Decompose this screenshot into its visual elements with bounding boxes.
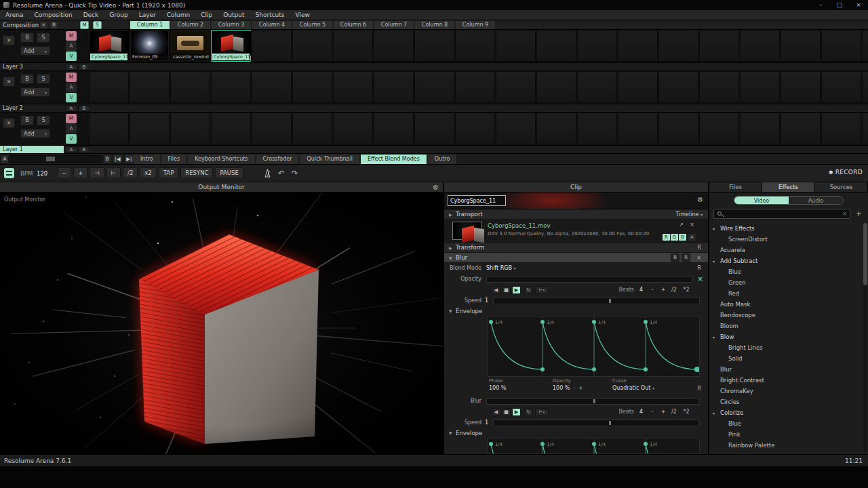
layer-a-toggle[interactable]: A — [66, 41, 77, 51]
effect-bloom[interactable]: Bloom — [709, 321, 863, 331]
blur-slider[interactable] — [486, 398, 700, 405]
layer-v-toggle[interactable]: V — [66, 52, 77, 61]
clip-cell[interactable] — [496, 30, 536, 62]
clip-cell[interactable]: CyborgSpace_11 — [211, 30, 251, 62]
clip-cell[interactable] — [292, 71, 332, 103]
loop-mode-icon[interactable]: ↻ — [524, 408, 533, 416]
play-direction-dropdown[interactable]: ⊢▾ — [535, 408, 549, 416]
clip-cell[interactable] — [536, 113, 576, 144]
effect-green[interactable]: Green — [709, 277, 863, 288]
clip-cell[interactable] — [211, 113, 251, 144]
layer-m-toggle[interactable]: M — [66, 114, 77, 123]
layer-close-button[interactable]: × — [3, 35, 15, 45]
envelope-section-header[interactable]: ▼ Envelope — [444, 306, 708, 316]
clip-cell[interactable] — [781, 113, 821, 144]
beats-value[interactable]: 4 — [639, 407, 643, 418]
clip-cell[interactable] — [740, 71, 780, 103]
effects-search-input[interactable]: × — [713, 209, 850, 219]
crossfader-b-button[interactable]: B — [78, 146, 90, 153]
transform-reset-button[interactable]: R — [697, 243, 701, 253]
tree-collapse-icon[interactable]: ▾ — [713, 335, 715, 340]
clip-cell[interactable] — [618, 71, 658, 103]
clip-cell[interactable] — [414, 71, 454, 103]
play-backward-button[interactable]: ◀ — [492, 408, 500, 416]
deck-tab-crossfader[interactable]: Crossfader — [256, 155, 299, 164]
deck-b-button[interactable]: B — [103, 155, 111, 163]
effect-red[interactable]: Red — [709, 288, 863, 299]
menu-item-deck[interactable]: Deck — [78, 10, 104, 20]
beats-half-button[interactable]: /2 — [669, 285, 679, 296]
composition-active-indicator[interactable] — [4, 168, 14, 178]
transport-section-header[interactable]: ▶ Transport Timeline ▾ — [444, 209, 708, 220]
layer-a-toggle[interactable]: A — [66, 83, 77, 92]
envelope-reset-button[interactable]: R — [697, 386, 701, 392]
loop-mode-icon[interactable]: ↻ — [524, 286, 533, 294]
envelope-opacity-minus-button[interactable]: - — [573, 385, 575, 391]
stop-button[interactable]: ■ — [502, 408, 511, 416]
transform-section-header[interactable]: ▶ Transform R — [444, 243, 708, 253]
clip-cell[interactable] — [577, 113, 617, 144]
layer-m-toggle[interactable]: M — [66, 73, 77, 82]
effect-bendoscope[interactable]: Bendoscope — [709, 310, 863, 321]
next-deck-button[interactable]: ▶| — [124, 155, 134, 163]
menu-item-group[interactable]: Group — [104, 10, 133, 20]
clip-cell[interactable] — [252, 71, 292, 103]
clip-cell[interactable] — [781, 30, 821, 62]
effect-bright-contrast[interactable]: Bright.Contrast — [709, 375, 863, 386]
clip-cell[interactable]: cassette_rewind00 — [170, 30, 210, 62]
maximize-button[interactable]: □ — [830, 0, 849, 10]
clip-cell[interactable] — [333, 71, 373, 103]
effect-acuarela[interactable]: Acuarela — [709, 245, 863, 256]
undo-icon[interactable]: ↶ — [278, 169, 284, 178]
layer-v-toggle[interactable]: V — [66, 134, 77, 144]
speed-slider[interactable] — [493, 298, 700, 304]
effect-remove-icon[interactable]: × — [696, 253, 701, 263]
effect-chromakey[interactable]: ChromaKey — [709, 386, 863, 396]
play-direction-dropdown[interactable]: ⊢▾ — [535, 286, 549, 294]
clip-cell[interactable] — [130, 71, 170, 103]
effect-pink[interactable]: Pink — [709, 429, 863, 440]
effect-reset-button[interactable]: R — [682, 253, 690, 262]
blur-effect-section-header[interactable]: ▼ Blur B R × — [444, 253, 708, 263]
clip-cell[interactable] — [496, 71, 536, 103]
composition-solo-button[interactable]: S — [93, 21, 102, 29]
opacity-envelope-editor[interactable]: 1/41/41/41/4 — [488, 316, 700, 377]
clip-cell[interactable] — [821, 113, 861, 144]
beats-double-button[interactable]: *2 — [682, 285, 691, 296]
effect-wire-effects[interactable]: ▾Wire Effects — [709, 223, 863, 234]
clip-cell[interactable] — [211, 71, 251, 103]
clip-cell[interactable]: Fermion_05 — [130, 30, 170, 62]
clip-cell[interactable] — [740, 113, 780, 144]
crossfader-b-button[interactable]: B — [78, 64, 90, 70]
beats-double-button[interactable]: *2 — [682, 407, 691, 418]
deck-tab-effect-blend-modes[interactable]: Effect Blend Modes — [361, 155, 427, 164]
effects-scrollbar[interactable] — [863, 223, 867, 452]
clip-cell[interactable] — [170, 71, 210, 103]
crossfader-a-button[interactable]: A — [65, 105, 77, 112]
crossfader-b-button[interactable]: B — [78, 105, 90, 112]
beats-plus-button[interactable]: + — [658, 407, 668, 418]
channel-b-toggle[interactable]: B — [679, 234, 686, 241]
play-forward-button[interactable]: ▶ — [512, 408, 521, 416]
column-header-4[interactable]: Column 4 — [252, 21, 292, 29]
clip-cell[interactable] — [292, 30, 332, 62]
collapse-arrow-icon[interactable]: ▼ — [449, 253, 452, 263]
channel-g-toggle[interactable]: G — [671, 234, 678, 241]
clip-cell[interactable] — [862, 71, 868, 103]
clip-cell[interactable] — [89, 71, 129, 103]
column-header-5[interactable]: Column 5 — [293, 21, 332, 29]
crossfader-a-button[interactable]: A — [65, 64, 77, 70]
speed-slider[interactable] — [493, 420, 700, 426]
envelope-section-header[interactable]: ▼ Envelope — [444, 428, 708, 438]
menu-item-output[interactable]: Output — [218, 10, 250, 20]
clip-cell[interactable] — [374, 30, 414, 62]
layer-close-button[interactable]: × — [3, 77, 15, 87]
resync-button[interactable]: RESYNC — [180, 167, 213, 178]
clip-cell[interactable] — [658, 30, 698, 62]
blur-envelope-editor[interactable]: 1/41/41/41/4 — [488, 438, 700, 454]
clip-name-input[interactable] — [448, 195, 506, 206]
play-backward-button[interactable]: ◀ — [492, 286, 500, 294]
expand-icon[interactable]: ↗ — [679, 222, 684, 228]
layer-bypass-button[interactable]: B — [20, 74, 34, 84]
composition-close-button[interactable]: × — [39, 21, 48, 29]
